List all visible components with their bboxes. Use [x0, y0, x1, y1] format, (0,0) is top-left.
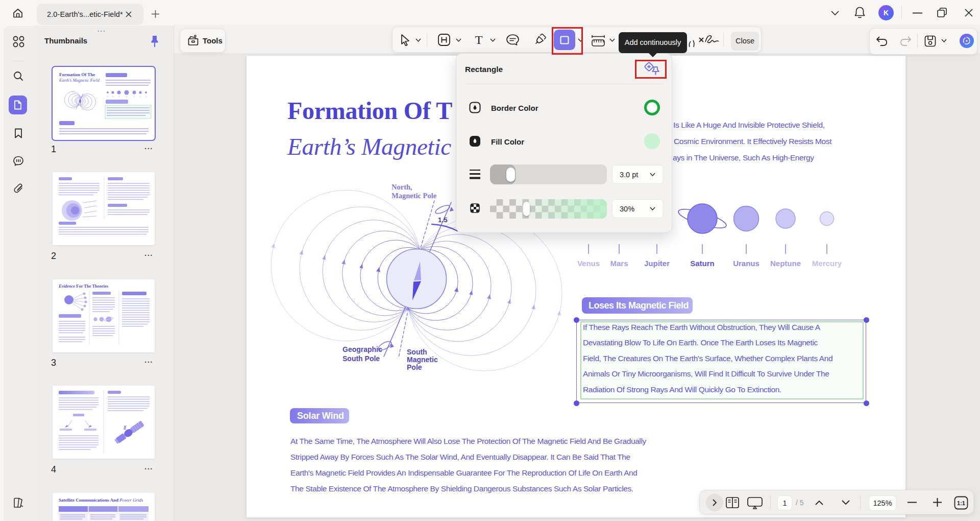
svg-text:1:1: 1:1 — [957, 500, 965, 506]
svg-text:Magnetic Pole: Magnetic Pole — [391, 192, 437, 200]
svg-text:Satellite Communications And P: Satellite Communications And Power Grids — [59, 498, 143, 503]
svg-text:Mars: Mars — [610, 259, 628, 268]
svg-text:Geographic: Geographic — [342, 345, 382, 353]
svg-text:Saturn: Saturn — [690, 259, 715, 268]
svg-text:Neptune: Neptune — [770, 259, 801, 268]
svg-text:Mercury: Mercury — [812, 259, 842, 268]
svg-text:Formation Of The: Formation Of The — [59, 72, 95, 77]
svg-text:Venus: Venus — [577, 259, 600, 268]
svg-text:South: South — [407, 348, 427, 356]
svg-text:Evidence For The Theories: Evidence For The Theories — [58, 283, 109, 289]
svg-text:Magnetic: Magnetic — [407, 356, 438, 364]
svg-text:Jupiter: Jupiter — [644, 259, 670, 268]
svg-text:T: T — [475, 33, 483, 46]
svg-text:South Pole: South Pole — [342, 354, 380, 363]
svg-text:Uranus: Uranus — [733, 259, 760, 268]
svg-text:North,: North, — [391, 183, 412, 191]
svg-text:1.5: 1.5 — [438, 216, 448, 224]
svg-text:Pole: Pole — [407, 363, 422, 371]
svg-text:Earth’s Magnetic Field: Earth’s Magnetic Field — [59, 78, 100, 83]
